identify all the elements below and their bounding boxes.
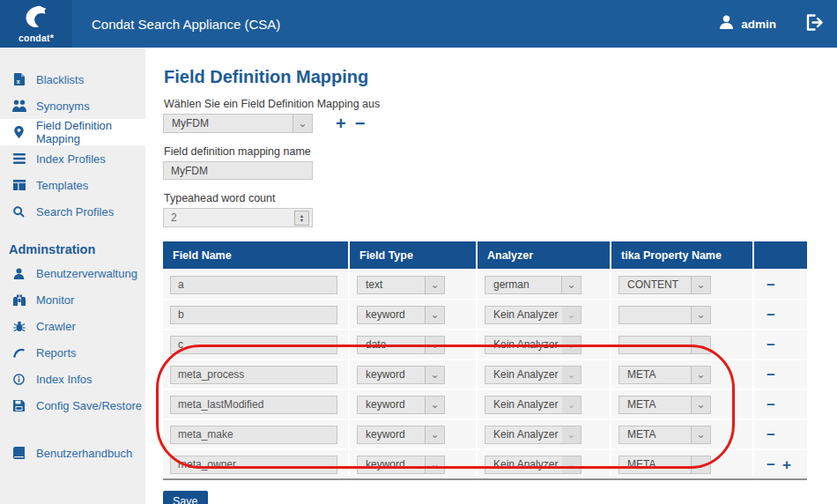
field-type-select[interactable]: keyword⌄ [357, 456, 445, 474]
field-type-cell: date⌄ [350, 330, 476, 359]
field-name-input[interactable] [170, 306, 337, 324]
sidebar-item-config-save-restore[interactable]: Config Save/Restore [0, 392, 145, 419]
sidebar-item-search-profiles[interactable]: Search Profiles [0, 198, 145, 225]
analyzer-select[interactable]: Kein Analyzer⌄ [485, 306, 581, 324]
field-type-select[interactable]: keyword⌄ [357, 306, 445, 324]
tika-property-cell: META⌄ [611, 390, 752, 419]
tika-property-cell: META⌄ [611, 420, 752, 448]
tika-property-select[interactable]: META⌄ [618, 366, 711, 384]
column-header-field-name: Field Name [163, 241, 348, 269]
chevron-down-icon: ⌄ [691, 277, 710, 293]
chart-curve-icon [11, 347, 26, 358]
sidebar-item-templates[interactable]: Templates [0, 172, 145, 198]
field-name-input[interactable] [170, 396, 337, 414]
remove-row-button[interactable]: − [767, 427, 775, 442]
analyzer-select[interactable]: Kein Analyzer⌄ [485, 336, 581, 354]
sidebar-item-label: Monitor [36, 293, 74, 307]
tika-property-cell: META⌄ [611, 450, 752, 478]
field-name-input[interactable] [170, 366, 337, 384]
main-content: Field Definition Mapping Wählen Sie ein … [145, 48, 837, 504]
sidebar-item-label: Search Profiles [36, 205, 114, 219]
table-row: date⌄Kein Analyzer⌄⌄− [163, 330, 807, 359]
add-fdm-button[interactable]: + [336, 115, 346, 132]
sidebar-item-benutzerverwaltung[interactable]: Benutzerverwaltung [0, 260, 145, 286]
sidebar-item-index-infos[interactable]: Index Infos [0, 366, 145, 392]
field-name-input[interactable] [170, 336, 337, 354]
chevron-down-icon: ⌄ [425, 337, 444, 353]
chevron-down-icon: ⌄ [562, 426, 581, 443]
tika-property-select[interactable]: META⌄ [618, 396, 711, 414]
field-type-select-value: keyword [358, 456, 425, 473]
sidebar-item-reports[interactable]: Reports [0, 339, 145, 366]
logout-button[interactable] [806, 14, 825, 34]
analyzer-select[interactable]: Kein Analyzer⌄ [485, 366, 581, 384]
remove-fdm-button[interactable]: − [355, 115, 366, 132]
user-menu[interactable]: admin [719, 15, 776, 33]
field-type-select[interactable]: keyword⌄ [357, 396, 445, 414]
tika-property-select[interactable]: META⌄ [618, 426, 711, 444]
sidebar-item-crawler[interactable]: Crawler [0, 313, 145, 339]
tika-property-select-value: META [619, 426, 691, 443]
typeahead-count-input[interactable] [163, 208, 313, 227]
sidebar-nav-manual: Benutzerhandbuch [0, 440, 145, 466]
sidebar-item-monitor[interactable]: Monitor [0, 286, 145, 313]
sidebar-item-label: Blacklists [36, 73, 84, 86]
sidebar-item-index-profiles[interactable]: Index Profiles [0, 145, 145, 172]
sidebar-item-synonyms[interactable]: Synonyms [0, 93, 145, 119]
chevron-down-icon: ⌄ [562, 307, 581, 323]
table-row: keyword⌄Kein Analyzer⌄META⌄− [163, 390, 807, 419]
remove-row-button[interactable]: − [767, 278, 775, 293]
sidebar-item-benutzerhandbuch[interactable]: Benutzerhandbuch [0, 440, 145, 466]
remove-row-button[interactable]: − [767, 308, 775, 322]
tika-property-select[interactable]: META⌄ [618, 456, 711, 474]
fdm-select[interactable]: MyFDM ⌄ [163, 114, 313, 133]
number-spinner[interactable]: ▲▼ [294, 211, 309, 226]
analyzer-select[interactable]: Kein Analyzer⌄ [485, 396, 581, 414]
field-name-input[interactable] [170, 276, 337, 294]
sidebar-admin-header: Adminstration [9, 242, 145, 256]
sidebar-item-field-definition-mapping[interactable]: Field Definition Mapping [0, 119, 145, 145]
chevron-down-icon: ⌄ [425, 307, 444, 323]
add-row-button[interactable]: + [782, 457, 791, 472]
save-button[interactable]: Save [163, 491, 208, 504]
field-type-cell: keyword⌄ [350, 450, 476, 478]
analyzer-select[interactable]: german⌄ [485, 276, 581, 294]
tika-property-cell: ⌄ [611, 300, 752, 329]
field-name-cell [163, 420, 348, 448]
row-actions-cell: − [754, 420, 807, 448]
tika-property-select[interactable]: ⌄ [618, 336, 711, 354]
chevron-down-icon: ⌄ [691, 397, 710, 413]
remove-row-button[interactable]: − [767, 397, 775, 412]
mapping-name-input[interactable] [163, 161, 313, 180]
tika-property-select-value: META [619, 397, 691, 413]
sidebar-item-label: Config Save/Restore [36, 399, 142, 412]
info-circle-icon [11, 374, 26, 385]
analyzer-select-value: Kein Analyzer [485, 337, 562, 353]
field-type-select[interactable]: keyword⌄ [357, 366, 445, 384]
sidebar-item-label: Benutzerhandbuch [36, 447, 132, 460]
field-type-select[interactable]: text⌄ [357, 276, 445, 294]
sidebar-nav-main: xBlacklistsSynonymsField Definition Mapp… [0, 66, 145, 225]
sidebar-nav-admin: BenutzerverwaltungMonitorCrawlerReportsI… [0, 260, 145, 419]
field-name-cell [163, 271, 348, 299]
remove-row-button[interactable]: − [767, 457, 775, 472]
tika-property-select[interactable]: ⌄ [618, 306, 711, 324]
field-type-select[interactable]: date⌄ [357, 336, 445, 354]
tika-property-select-value: META [619, 367, 691, 383]
analyzer-cell: Kein Analyzer⌄ [478, 450, 610, 478]
analyzer-select-value: Kein Analyzer [485, 456, 562, 473]
analyzer-select[interactable]: Kein Analyzer⌄ [485, 426, 581, 444]
tika-property-select[interactable]: CONTENT⌄ [618, 276, 711, 294]
field-name-input[interactable] [170, 456, 337, 474]
field-name-input[interactable] [170, 426, 337, 444]
chevron-down-icon: ⌄ [425, 456, 444, 473]
sidebar-item-blacklists[interactable]: xBlacklists [0, 66, 145, 93]
field-type-select[interactable]: keyword⌄ [357, 426, 445, 444]
table-header-row: Field NameField TypeAnalyzertika Propert… [163, 241, 807, 269]
analyzer-select-value: Kein Analyzer [485, 397, 562, 413]
app-header: condat* Condat Search Appliance (CSA) ad… [0, 0, 837, 48]
logo-wordmark: condat* [19, 33, 54, 43]
remove-row-button[interactable]: − [767, 337, 775, 352]
analyzer-select[interactable]: Kein Analyzer⌄ [485, 456, 581, 474]
remove-row-button[interactable]: − [767, 367, 775, 382]
